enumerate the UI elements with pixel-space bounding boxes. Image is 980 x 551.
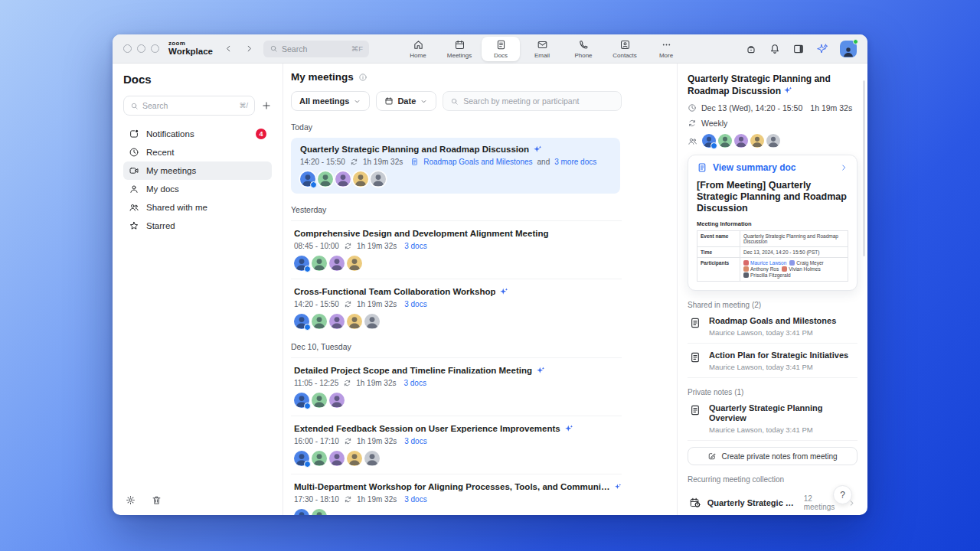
participant-avatar — [329, 256, 345, 271]
private-doc-row[interactable]: Quarterly Strategic Planning Overview Ma… — [688, 396, 858, 441]
edit-icon — [707, 452, 717, 461]
docs-link[interactable]: 3 docs — [404, 437, 426, 445]
help-button[interactable]: ? — [833, 485, 852, 504]
tab-label: Phone — [574, 52, 592, 59]
tab-email[interactable]: Email — [523, 37, 561, 61]
recurring-icon — [344, 437, 352, 445]
meetings-filter-dropdown[interactable]: All meetings — [291, 91, 370, 111]
sidebar-item-starred[interactable]: Starred — [123, 217, 272, 235]
shared-doc-row[interactable]: Roadmap Goals and Milestones Maurice Law… — [688, 309, 858, 344]
participant-avatar — [294, 393, 309, 408]
sidebar-item-my-docs[interactable]: My docs — [123, 180, 272, 198]
connect-device-icon[interactable] — [745, 43, 757, 55]
participant-avatar — [766, 134, 780, 148]
row-value: Quarterly Strategic Planning and Roadmap… — [740, 231, 848, 247]
meeting-details-panel: Quarterly Strategic Planning and Roadmap… — [677, 64, 867, 515]
section-label-dec10: Dec 10, Tuesday — [291, 342, 622, 351]
participant-name[interactable]: Maurice Lawson — [750, 260, 786, 266]
zoom-window-button[interactable] — [151, 44, 159, 53]
sidebar-search-input[interactable]: Search ⌘/ — [123, 96, 255, 116]
minimize-window-button[interactable] — [137, 44, 145, 53]
info-icon[interactable] — [358, 73, 368, 82]
calendar-icon — [384, 96, 394, 106]
clock-icon — [129, 147, 139, 158]
toggle-panel-icon[interactable] — [792, 43, 805, 55]
participant-avatar — [743, 266, 749, 272]
participant-avatar — [364, 451, 380, 466]
trash-icon[interactable] — [151, 494, 162, 506]
docs-sidebar: Docs Search ⌘/ Notifications 4 — [113, 64, 283, 515]
tab-home[interactable]: Home — [399, 37, 437, 61]
chevron-down-icon — [420, 97, 428, 106]
meeting-row[interactable]: Extended Feedback Session on User Experi… — [291, 422, 622, 468]
participants-cell: Maurice LawsonCraig MeyerAnthony RosVivi… — [740, 258, 848, 282]
recurring-icon — [344, 242, 352, 250]
sidebar-item-notifications[interactable]: Notifications 4 — [123, 125, 272, 143]
scrollbar-thumb[interactable] — [863, 80, 865, 256]
tab-phone[interactable]: Phone — [564, 37, 603, 61]
summary-doc-card[interactable]: View summary doc [From Meeting] Quarterl… — [688, 155, 858, 291]
recurring-collection-row[interactable]: Quarterly Strategic Planni... 12 meeting… — [688, 491, 858, 514]
new-doc-button[interactable] — [261, 100, 272, 111]
chevron-down-icon — [353, 97, 361, 106]
participant: Vivian Holmes — [782, 266, 820, 272]
global-search-placeholder: Search — [282, 44, 307, 54]
meeting-row[interactable]: Cross-Functional Team Collaboration Work… — [291, 285, 622, 331]
docs-link[interactable]: 3 docs — [403, 379, 426, 387]
document-icon — [697, 162, 707, 173]
docs-link[interactable]: 3 docs — [404, 300, 426, 308]
row-label: Time — [697, 247, 740, 258]
tab-meetings[interactable]: Meetings — [440, 37, 479, 61]
zoom-workplace-logo: zoom Workplace — [168, 41, 213, 57]
people-icon — [129, 202, 139, 213]
participant-avatar — [300, 171, 315, 187]
meeting-search-input[interactable]: Search by meeting or participant — [443, 91, 622, 111]
tab-more[interactable]: More — [647, 37, 685, 61]
participant-name: Craig Meyer — [796, 260, 823, 266]
meeting-row[interactable]: Multi-Department Workshop for Aligning P… — [291, 481, 622, 515]
create-private-notes-button[interactable]: Create private notes from meeting — [688, 447, 858, 465]
back-icon[interactable] — [224, 44, 234, 54]
notifications-bell-icon[interactable] — [769, 43, 781, 55]
doc-link[interactable]: Roadmap Goals and Milestones — [423, 158, 532, 166]
window-controls[interactable] — [123, 44, 159, 53]
tab-contacts[interactable]: Contacts — [606, 37, 644, 61]
sidebar-item-recent[interactable]: Recent — [123, 143, 272, 161]
search-icon — [270, 44, 278, 53]
participant: Maurice Lawson — [743, 260, 786, 266]
view-summary-doc-link[interactable]: View summary doc — [697, 162, 848, 173]
date-filter-label: Date — [397, 96, 416, 106]
participant-avatar — [782, 266, 787, 272]
docs-link[interactable]: 3 docs — [404, 495, 426, 504]
table-row: Participants Maurice LawsonCraig MeyerAn… — [697, 258, 848, 282]
person-icon — [129, 184, 139, 194]
ai-companion-icon[interactable] — [816, 43, 828, 55]
avatar-badge — [310, 181, 317, 188]
meeting-row[interactable]: Detailed Project Scope and Timeline Fina… — [291, 364, 622, 409]
close-window-button[interactable] — [123, 44, 132, 53]
participant-avatar — [294, 451, 309, 466]
participant-avatar — [335, 171, 351, 187]
people-icon — [688, 136, 697, 146]
details-recurrence: Weekly — [701, 119, 727, 128]
avatar-badge — [304, 324, 311, 331]
tab-docs[interactable]: Docs — [482, 37, 520, 61]
sidebar-item-my-meetings[interactable]: My meetings — [123, 161, 272, 180]
date-filter-dropdown[interactable]: Date — [376, 91, 436, 111]
sidebar-item-shared-with-me[interactable]: Shared with me — [123, 198, 272, 217]
global-search-input[interactable]: Search ⌘F — [263, 41, 369, 57]
forward-icon[interactable] — [244, 44, 254, 54]
meeting-row-selected[interactable]: Quarterly Strategic Planning and Roadmap… — [291, 138, 620, 194]
participant-avatar — [294, 314, 309, 329]
meeting-information-heading: Meeting Information — [697, 220, 848, 227]
meeting-row[interactable]: Comprehensive Design and Development Ali… — [291, 227, 622, 272]
more-docs-link[interactable]: 3 more docs — [554, 158, 596, 166]
docs-link[interactable]: 3 docs — [404, 242, 426, 250]
user-avatar[interactable] — [840, 41, 857, 57]
settings-gear-icon[interactable] — [125, 494, 136, 506]
plus-icon — [261, 100, 272, 111]
doc-meta: Maurice Lawson, today 3:41 PM — [709, 425, 856, 434]
shared-doc-row[interactable]: Action Plan for Strategic Initiatives Ma… — [688, 344, 858, 378]
top-nav-tabs: Home Meetings Docs Email Phone Contacts — [399, 37, 685, 61]
search-icon — [130, 102, 139, 110]
